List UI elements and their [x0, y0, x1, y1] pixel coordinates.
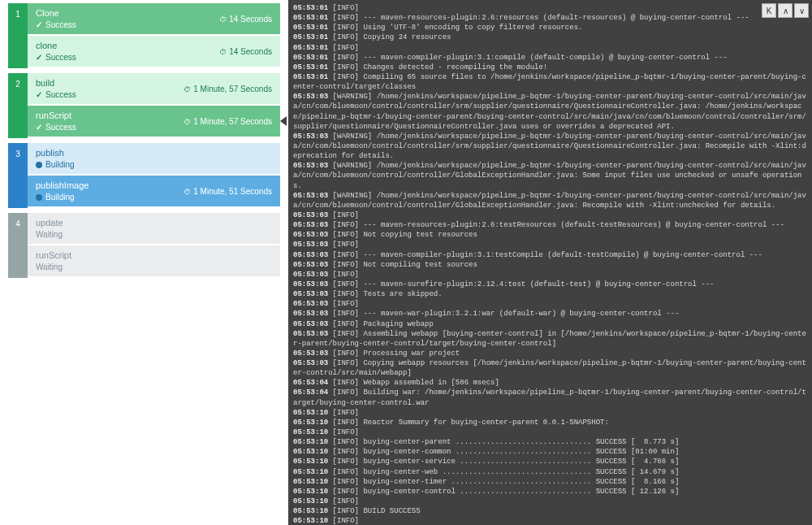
log-line: 05:53:03 [INFO]	[293, 210, 807, 220]
stage-duration-text: 14 Seconds	[229, 47, 272, 56]
console-down-button[interactable]: ∨	[794, 3, 809, 18]
log-timestamp: 05:53:03	[293, 349, 328, 358]
stage-duration-text: 1 Minute, 57 Seconds	[193, 85, 272, 93]
stage-status-label: Waiting	[36, 262, 63, 271]
log-timestamp: 05:53:03	[293, 241, 328, 249]
log-timestamp: 05:53:10	[293, 478, 328, 486]
stage-card[interactable]: buildSuccess1 Minute, 57 Seconds	[28, 73, 280, 104]
stage-duration: 1 Minute, 57 Seconds	[184, 117, 272, 126]
log-timestamp: 05:53:10	[293, 448, 328, 456]
log-timestamp: 05:53:03	[293, 93, 328, 101]
log-line: 05:53:03 [INFO]	[293, 299, 807, 309]
log-timestamp: 05:53:01	[293, 44, 328, 52]
log-timestamp: 05:53:01	[293, 73, 328, 81]
log-timestamp: 05:53:03	[293, 162, 328, 170]
log-text: [INFO] Using 'UTF-8' encoding to copy fi…	[328, 24, 582, 32]
log-timestamp: 05:53:01	[293, 4, 328, 12]
stage-group: 1CloneSuccess14 SecondscloneSuccess14 Se…	[8, 3, 280, 68]
log-timestamp: 05:53:03	[293, 251, 328, 259]
stage-number: 4	[8, 213, 28, 278]
log-line: 05:53:03 [INFO] Packaging webapp	[293, 319, 807, 329]
log-text: [INFO] Copying webapp resources [/home/j…	[293, 359, 806, 377]
log-text: [INFO] Assembling webapp [buying-center-…	[293, 330, 806, 348]
stage-card[interactable]: runScriptSuccess1 Minute, 57 Seconds	[28, 106, 280, 137]
console-log[interactable]: 05:53:01 [INFO]05:53:01 [INFO] --- maven…	[288, 0, 812, 525]
stage-card[interactable]: publishImageBuilding1 Minute, 51 Seconds	[28, 176, 280, 206]
stage-card[interactable]: cloneSuccess14 Seconds	[28, 36, 280, 67]
stage-duration-text: 1 Minute, 57 Seconds	[193, 117, 272, 126]
stage-duration-text: 1 Minute, 51 Seconds	[193, 187, 272, 196]
log-text: [INFO]	[328, 428, 359, 436]
stage-title: runScript	[36, 250, 272, 260]
stage-title: update	[36, 218, 272, 228]
clock-icon	[184, 117, 191, 126]
log-line: 05:53:03 [INFO] --- maven-war-plugin:3.2…	[293, 309, 807, 319]
log-timestamp: 05:53:03	[293, 211, 328, 219]
log-timestamp: 05:53:03	[293, 231, 328, 239]
stage-title: publish	[36, 148, 272, 158]
log-text: [INFO] --- maven-surefire-plugin:2.12.4:…	[328, 280, 714, 289]
log-text: [WARNING] /home/jenkins/workspace/pipeli…	[293, 162, 806, 189]
log-line: 05:53:01 [INFO] Using 'UTF-8' encoding t…	[293, 23, 807, 33]
log-timestamp: 05:53:01	[293, 24, 328, 32]
clock-icon	[184, 187, 191, 196]
console-up-button[interactable]: ∧	[778, 3, 793, 18]
log-timestamp: 05:53:01	[293, 33, 328, 41]
log-text: [INFO] BUILD SUCCESS	[328, 507, 420, 515]
stage-list: buildSuccess1 Minute, 57 SecondsrunScrip…	[28, 73, 280, 138]
stage-card[interactable]: publishBuilding	[28, 143, 280, 174]
log-timestamp: 05:53:10	[293, 409, 328, 417]
console-controls: K ∧ ∨	[762, 3, 809, 18]
clock-icon	[219, 47, 227, 56]
log-timestamp: 05:53:03	[293, 221, 328, 229]
stage-list: publishBuildingpublishImageBuilding1 Min…	[28, 143, 280, 208]
stage-card[interactable]: updateWaiting	[28, 213, 280, 244]
log-text: [INFO] Copying 24 resources	[328, 33, 451, 41]
log-timestamp: 05:53:03	[293, 271, 328, 279]
clock-icon	[219, 15, 227, 24]
log-line: 05:53:01 [INFO] Compiling 65 source file…	[293, 72, 807, 92]
log-line: 05:53:10 [INFO] buying-center-common ...…	[293, 447, 807, 457]
log-text: [INFO]	[328, 211, 359, 219]
stage-duration: 14 Seconds	[219, 47, 272, 56]
log-text: [INFO]	[328, 409, 359, 417]
log-text: [INFO] --- maven-compiler-plugin:3.1:tes…	[328, 251, 762, 259]
stage-group: 2buildSuccess1 Minute, 57 SecondsrunScri…	[8, 73, 280, 138]
log-line: 05:53:10 [INFO]	[293, 427, 807, 437]
stage-status-label: Building	[45, 193, 75, 202]
log-text: [INFO]	[328, 4, 359, 12]
stage-status-label: Building	[45, 160, 75, 169]
check-icon	[36, 53, 42, 62]
check-icon	[36, 20, 42, 29]
stage-status-label: Success	[45, 20, 76, 29]
console-skip-button[interactable]: K	[762, 3, 776, 18]
stage-card[interactable]: CloneSuccess14 Seconds	[28, 3, 280, 34]
log-timestamp: 05:53:03	[293, 330, 328, 338]
log-timestamp: 05:53:03	[293, 320, 328, 328]
log-text: [INFO] buying-center-timer .............…	[328, 478, 679, 486]
log-timestamp: 05:53:10	[293, 468, 328, 476]
log-line: 05:53:01 [INFO] Copying 24 resources	[293, 33, 807, 42]
stage-status-label: Success	[45, 90, 76, 99]
log-line: 05:53:01 [INFO] --- maven-compiler-plugi…	[293, 53, 807, 63]
log-timestamp: 05:53:04	[293, 379, 328, 387]
log-line: 05:53:03 [INFO] --- maven-resources-plug…	[293, 220, 807, 230]
log-line: 05:53:01 [INFO]	[293, 43, 807, 53]
stage-number: 1	[8, 3, 28, 68]
log-text: [INFO] --- maven-compiler-plugin:3.1:com…	[328, 54, 727, 62]
log-text: [INFO] Compiling 65 source files to /hom…	[293, 73, 806, 91]
log-line: 05:53:03 [INFO] --- maven-surefire-plugi…	[293, 280, 807, 289]
log-line: 05:53:10 [INFO]	[293, 516, 807, 525]
log-line: 05:53:03 [INFO]	[293, 240, 807, 249]
log-text: [INFO] --- maven-resources-plugin:2.6:te…	[328, 221, 784, 229]
log-text: [INFO]	[328, 517, 359, 525]
log-line: 05:53:10 [INFO] Reactor Summary for buyi…	[293, 418, 807, 427]
log-text: [INFO] buying-center-control ...........…	[328, 488, 679, 496]
log-timestamp: 05:53:10	[293, 419, 328, 427]
log-timestamp: 05:53:01	[293, 63, 328, 72]
log-text: [INFO] Not compiling test sources	[328, 261, 477, 269]
stage-status: Building	[36, 160, 272, 169]
log-line: 05:53:03 [INFO] Processing war project	[293, 349, 807, 358]
stage-card[interactable]: runScriptWaiting	[28, 245, 280, 276]
pipeline-sidebar: 1CloneSuccess14 SecondscloneSuccess14 Se…	[0, 0, 288, 525]
